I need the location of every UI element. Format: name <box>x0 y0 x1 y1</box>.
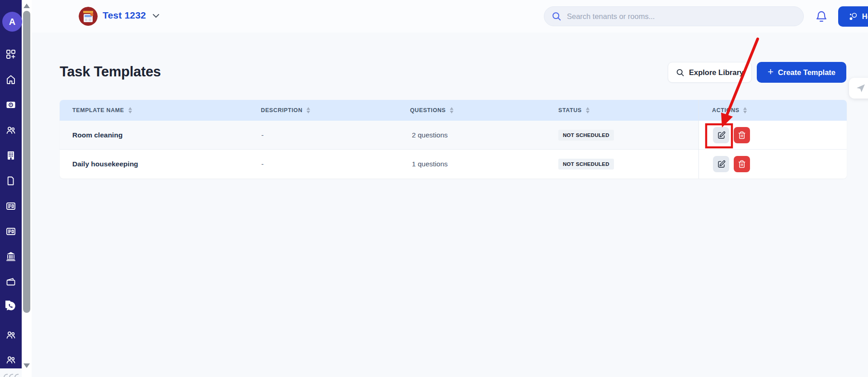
search-icon <box>552 11 561 21</box>
workspace-name[interactable]: Test 1232 <box>103 10 146 21</box>
community-users-icon[interactable] <box>5 354 17 366</box>
column-header-actions[interactable]: ACTIONS <box>712 100 747 121</box>
column-header-status[interactable]: STATUS <box>558 100 590 121</box>
page-title: Task Templates <box>60 64 161 80</box>
questions-cell: 1 questions <box>412 150 448 179</box>
wallet-icon[interactable] <box>5 276 17 287</box>
plus-icon: + <box>768 67 774 77</box>
sort-icon <box>743 107 747 113</box>
tenants-users-icon[interactable] <box>5 124 17 136</box>
apps-grid-plus-icon[interactable] <box>5 48 17 60</box>
sort-icon <box>307 107 310 113</box>
help-button[interactable]: Help ? <box>838 6 868 27</box>
sort-icon <box>450 107 453 113</box>
sidebar: A <box>0 0 22 368</box>
trash-icon <box>738 160 746 168</box>
user-avatar[interactable]: A <box>2 12 22 32</box>
table-header-row: TEMPLATE NAME DESCRIPTION QUESTIONS STAT… <box>60 100 847 121</box>
payments-camera-icon[interactable] <box>5 99 17 111</box>
explore-library-button[interactable]: Explore Library <box>668 62 752 83</box>
scrollbar-up-arrow[interactable] <box>24 4 30 8</box>
sort-icon <box>128 107 132 113</box>
form-list-icon[interactable] <box>5 200 17 212</box>
edit-template-button[interactable] <box>713 156 729 172</box>
building-icon[interactable] <box>5 150 17 161</box>
edit-template-button[interactable] <box>713 127 729 143</box>
table-row: Daily housekeeping - 1 questions NOT SCH… <box>60 150 847 179</box>
workspace-logo[interactable] <box>79 7 98 26</box>
document-icon[interactable] <box>5 175 17 187</box>
status-badge: NOT SCHEDULED <box>558 130 614 141</box>
form-list-2-icon[interactable] <box>5 226 17 237</box>
sort-icon <box>586 107 590 113</box>
global-search[interactable] <box>544 6 804 26</box>
clipped-bottom-icon <box>3 371 21 377</box>
column-header-template-name[interactable]: TEMPLATE NAME <box>72 100 132 121</box>
create-template-button[interactable]: + Create Template <box>757 62 846 83</box>
scrollbar-down-arrow[interactable] <box>24 363 30 368</box>
description-cell: - <box>261 150 264 179</box>
template-name-cell: Room cleaning <box>72 121 123 150</box>
task-templates-table: TEMPLATE NAME DESCRIPTION QUESTIONS STAT… <box>60 100 847 179</box>
bank-icon[interactable] <box>5 250 17 262</box>
search-icon <box>676 68 684 77</box>
column-header-description[interactable]: DESCRIPTION <box>261 100 310 121</box>
rocket-icon <box>855 83 866 94</box>
annotation-overlay <box>0 0 868 377</box>
scrollbar-thumb[interactable] <box>23 11 30 313</box>
status-badge: NOT SCHEDULED <box>558 159 614 170</box>
topbar: Test 1232 Help ? <box>32 0 868 33</box>
edit-icon <box>717 131 726 140</box>
explore-library-label: Explore Library <box>689 68 744 77</box>
column-header-questions[interactable]: QUESTIONS <box>410 100 453 121</box>
home-icon[interactable] <box>5 74 17 85</box>
search-input[interactable] <box>567 12 796 21</box>
help-bubbles-icon <box>848 12 858 22</box>
whatsapp-icon[interactable] <box>5 300 17 312</box>
create-template-label: Create Template <box>778 68 835 77</box>
notifications-bell-icon[interactable] <box>815 10 828 24</box>
template-name-cell: Daily housekeeping <box>72 150 138 179</box>
delete-template-button[interactable] <box>734 127 750 143</box>
delete-template-button[interactable] <box>734 156 750 172</box>
rocket-launcher-button[interactable] <box>849 78 868 99</box>
chevron-down-icon[interactable] <box>152 14 160 18</box>
edit-icon <box>717 160 726 169</box>
questions-cell: 2 questions <box>412 121 448 150</box>
trash-icon <box>738 131 746 139</box>
app-screen: { "topbar": { "workspace_name": "Test 12… <box>0 0 868 377</box>
actions-column-divider <box>698 100 699 179</box>
help-button-label: Help ? <box>862 12 868 21</box>
team-users-icon[interactable] <box>5 329 17 341</box>
description-cell: - <box>261 121 264 150</box>
table-row: Room cleaning - 2 questions NOT SCHEDULE… <box>60 121 847 150</box>
